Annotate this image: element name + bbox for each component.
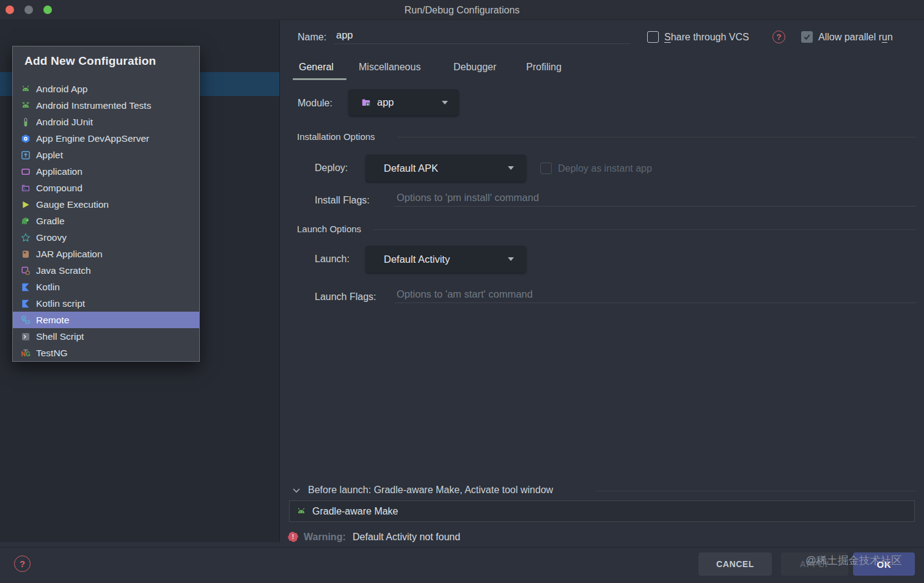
module-dropdown[interactable]: app [348, 89, 459, 116]
launch-flags-input[interactable] [394, 287, 917, 303]
deploy-dropdown[interactable]: Default APK [365, 155, 526, 182]
module-value: app [377, 97, 394, 108]
help-icon[interactable]: ? [14, 556, 31, 572]
allow-parallel-rest: n [887, 32, 893, 42]
application-icon [21, 167, 31, 177]
allow-parallel-label: Allow parallel run [818, 32, 893, 43]
popup-item-app-engine-devappserver[interactable]: App Engine DevAppServer [13, 130, 199, 147]
compound-icon [21, 183, 31, 193]
remote-icon [21, 315, 31, 325]
allow-parallel-pre: Allow parallel r [818, 32, 882, 42]
popup-item-gauge-execution[interactable]: Gauge Execution [13, 196, 199, 213]
popup-item-label: Kotlin [36, 282, 60, 293]
popup-item-jar-application[interactable]: JAR Application [13, 246, 199, 262]
installation-options-header: Installation Options [297, 131, 375, 142]
instant-app-label: Deploy as instant app [558, 163, 652, 174]
groovy-star-icon [21, 233, 31, 243]
name-input[interactable] [334, 28, 631, 44]
popup-item-android-instrumented-tests[interactable]: Android Instrumented Tests [13, 97, 199, 114]
install-flags-label: Install Flags: [315, 195, 370, 206]
popup-item-kotlin-script[interactable]: Kotlin script [13, 295, 199, 312]
popup-item-applet[interactable]: Applet [13, 147, 199, 163]
popup-item-kotlin[interactable]: Kotlin [13, 279, 199, 295]
popup-item-gradle[interactable]: Gradle [13, 213, 199, 229]
footer-divider [0, 547, 924, 548]
name-label: Name: [298, 32, 326, 43]
warning-prefix: Warning: [304, 532, 346, 543]
popup-item-android-junit[interactable]: Android JUnit [13, 114, 199, 130]
popup-item-testng[interactable]: N G TestNG [13, 345, 199, 361]
testng-icon: N G [21, 348, 31, 358]
popup-item-groovy[interactable]: Groovy [13, 229, 199, 246]
popup-item-label: Compound [36, 183, 82, 194]
popup-item-label: Gradle [36, 216, 65, 227]
watermark: @稀土掘金技术社区 [805, 553, 902, 568]
svg-text:G: G [26, 351, 31, 358]
play-icon [21, 200, 31, 210]
mnemonic: u [882, 32, 887, 42]
cancel-button[interactable]: CANCEL [698, 552, 772, 576]
tab-debugger[interactable]: Debugger [453, 62, 496, 73]
popup-item-remote[interactable]: Remote [13, 312, 199, 328]
popup-item-shell-script[interactable]: Shell Script [13, 328, 199, 345]
task-label: Gradle-aware Make [312, 506, 398, 517]
popup-item-label: Application [36, 166, 82, 177]
popup-item-compound[interactable]: Compound [13, 180, 199, 196]
popup-title: Add New Configuration [24, 54, 156, 68]
share-vcs-label: Share through VCS [664, 32, 749, 43]
applet-icon [21, 150, 31, 160]
tab-miscellaneous[interactable]: Miscellaneous [359, 62, 420, 73]
share-vcs-checkbox[interactable] [647, 31, 659, 43]
warning-message: Default Activity not found [353, 532, 460, 543]
popup-item-label: Java Scratch [36, 265, 91, 276]
android-tests-icon [21, 101, 31, 111]
dropdown-arrow-icon [508, 166, 514, 170]
svg-text:N: N [21, 351, 26, 358]
install-flags-input[interactable] [394, 191, 917, 207]
chevron-down-icon[interactable] [292, 488, 301, 494]
before-launch-header[interactable]: Before launch: Gradle-aware Make, Activa… [308, 485, 553, 496]
module-folder-icon [361, 98, 371, 108]
launch-dropdown[interactable]: Default Activity [365, 246, 526, 273]
vcs-help-icon[interactable]: ? [772, 31, 785, 43]
java-scratch-icon [21, 266, 31, 276]
active-tab-underline [293, 78, 346, 80]
instant-app-checkbox [540, 163, 552, 174]
popup-item-label: App Engine DevAppServer [36, 133, 149, 144]
popup-item-label: Remote [36, 315, 69, 326]
popup-item-java-scratch[interactable]: Java Scratch [13, 262, 199, 279]
test-tube-icon [21, 117, 31, 127]
tab-profiling[interactable]: Profiling [526, 62, 562, 73]
title-bar: Run/Debug Configurations [0, 0, 924, 20]
gradle-icon [21, 216, 31, 226]
kotlin-icon [21, 299, 31, 309]
warning-icon: ! [289, 533, 297, 541]
dropdown-arrow-icon [508, 257, 514, 261]
popup-item-label: Android Instrumented Tests [36, 100, 151, 111]
android-icon [296, 507, 306, 516]
shell-icon [21, 332, 31, 342]
launch-flags-label: Launch Flags: [315, 292, 376, 302]
launch-label: Launch: [315, 254, 350, 265]
before-launch-task-list[interactable]: Gradle-aware Make [289, 501, 915, 522]
popup-item-label: Shell Script [36, 331, 84, 342]
deploy-value: Default APK [384, 163, 438, 174]
tab-general[interactable]: General [299, 62, 334, 73]
popup-item-label: Applet [36, 150, 63, 161]
dropdown-arrow-icon [442, 101, 448, 105]
add-new-configuration-popup: Add New Configuration Android App Androi… [12, 46, 200, 362]
popup-item-android-app[interactable]: Android App [13, 81, 199, 97]
section-rule [596, 491, 917, 491]
mnemonic: S [664, 32, 671, 42]
kotlin-icon [21, 282, 31, 292]
popup-item-label: Android App [36, 84, 87, 95]
popup-item-label: TestNG [36, 348, 68, 359]
checkmark-icon [803, 33, 811, 41]
popup-list: Android App Android Instrumented Tests A… [13, 81, 199, 361]
module-label: Module: [298, 98, 332, 109]
popup-item-application[interactable]: Application [13, 163, 199, 180]
popup-item-label: JAR Application [36, 249, 103, 260]
window-title: Run/Debug Configurations [0, 0, 924, 20]
allow-parallel-checkbox[interactable] [801, 31, 813, 43]
jar-icon [21, 249, 31, 259]
